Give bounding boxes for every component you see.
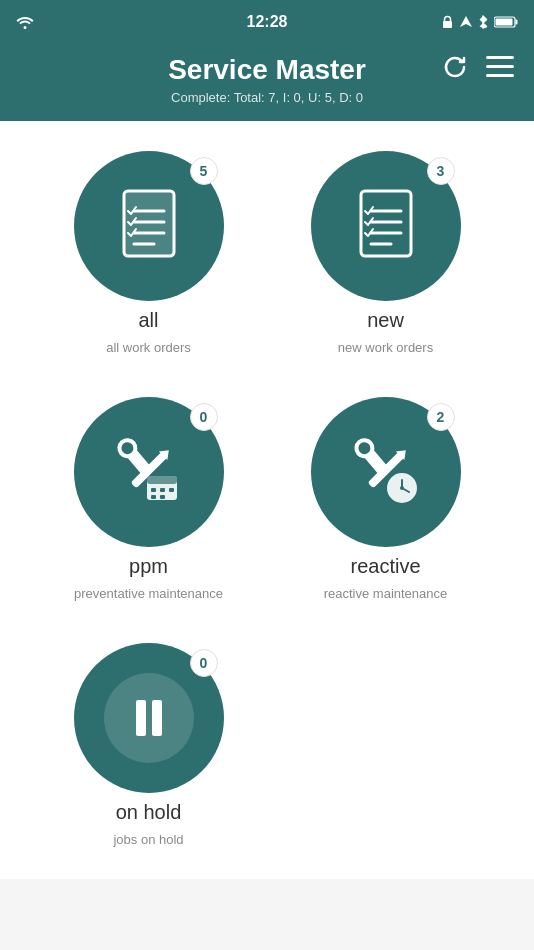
wrench-clock-icon (346, 432, 426, 512)
new-circle-container: 3 (311, 151, 461, 301)
svg-rect-26 (151, 488, 156, 492)
reactive-circle-container: 2 (311, 397, 461, 547)
wrench-calendar-icon (109, 432, 189, 512)
menu-item-reactive[interactable]: 2 reactive reactive maintenance (286, 397, 486, 603)
all-label: all (138, 309, 158, 332)
svg-marker-1 (460, 16, 472, 27)
header: Service Master Complete: Total: 7, I: 0,… (0, 44, 534, 121)
bluetooth-icon (478, 15, 488, 29)
svg-rect-5 (486, 56, 514, 59)
pause-icon (136, 700, 162, 736)
location-icon (460, 15, 472, 29)
on-hold-label: on hold (116, 801, 182, 824)
on-hold-badge: 0 (190, 649, 218, 677)
battery-icon (494, 16, 518, 28)
svg-rect-7 (486, 74, 514, 77)
reactive-sublabel: reactive maintenance (324, 586, 448, 603)
header-subtitle: Complete: Total: 7, I: 0, U: 5, D: 0 (171, 90, 363, 105)
svg-rect-27 (160, 488, 165, 492)
status-time: 12:28 (247, 13, 288, 31)
svg-rect-29 (151, 495, 156, 499)
menu-item-all[interactable]: 5 all all work orders (49, 151, 249, 357)
reactive-badge: 2 (427, 403, 455, 431)
svg-rect-28 (169, 488, 174, 492)
lock-icon (441, 15, 454, 29)
all-badge: 5 (190, 157, 218, 185)
svg-rect-3 (516, 20, 518, 25)
reactive-label: reactive (350, 555, 420, 578)
ppm-badge: 0 (190, 403, 218, 431)
svg-rect-25 (147, 476, 177, 484)
menu-item-new[interactable]: 3 new new work orders (286, 151, 486, 357)
ppm-label: ppm (129, 555, 168, 578)
ppm-circle-container: 0 (74, 397, 224, 547)
page-title: Service Master (168, 54, 366, 86)
svg-rect-30 (160, 495, 165, 499)
menu-item-ppm[interactable]: 0 ppm preventative maintenance (49, 397, 249, 603)
ppm-sublabel: preventative maintenance (74, 586, 223, 603)
svg-rect-0 (443, 21, 452, 28)
pause-inner-circle (104, 673, 194, 763)
new-badge: 3 (427, 157, 455, 185)
menu-button[interactable] (486, 56, 514, 84)
main-content: 5 all all work orders 3 new new w (0, 121, 534, 879)
svg-point-40 (400, 486, 404, 490)
checklist-icon-new (346, 186, 426, 266)
svg-rect-6 (486, 65, 514, 68)
checklist-icon-all (109, 186, 189, 266)
wifi-icon (16, 15, 34, 29)
status-bar: 12:28 (0, 0, 534, 44)
new-sublabel: new work orders (338, 340, 433, 357)
all-circle-container: 5 (74, 151, 224, 301)
all-sublabel: all work orders (106, 340, 191, 357)
menu-item-on-hold[interactable]: 0 on hold jobs on hold (49, 643, 249, 849)
on-hold-circle-container: 0 (74, 643, 224, 793)
new-label: new (367, 309, 404, 332)
on-hold-sublabel: jobs on hold (113, 832, 183, 849)
svg-rect-4 (496, 19, 513, 26)
refresh-button[interactable] (442, 54, 468, 86)
